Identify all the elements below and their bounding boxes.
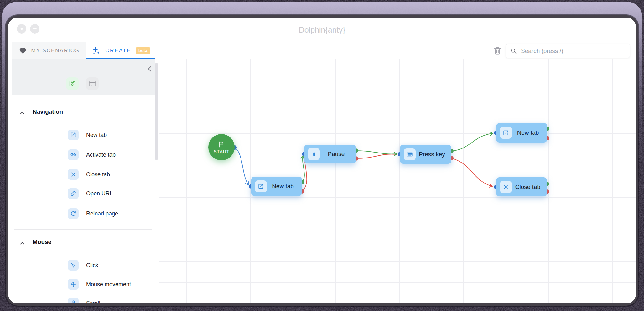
chevron-up-icon	[19, 110, 25, 116]
node-label: Close tab	[512, 184, 547, 190]
edge-presskey-error-to-closetab[interactable]	[451, 158, 492, 186]
sidebar-item-new-tab[interactable]: New tab	[68, 130, 107, 140]
sidebar-item-label: Close tab	[86, 171, 110, 178]
node-new-tab-1[interactable]: New tab	[251, 177, 302, 196]
scroll-icon	[68, 298, 79, 303]
flag-icon	[218, 141, 225, 148]
edges-layer	[159, 59, 631, 302]
sidebar-item-label: Activate tab	[86, 152, 116, 158]
sidebar-item-open-url[interactable]: Open URL	[68, 188, 113, 199]
sidebar-scrollbar[interactable]	[155, 63, 158, 160]
sidebar-item-label: Mouse movement	[86, 281, 131, 288]
window-title: Dolphin{anty}	[8, 18, 636, 42]
save-icon	[68, 80, 76, 88]
beta-badge: beta	[136, 47, 150, 54]
sidebar-item-close-tab[interactable]: Close tab	[68, 169, 110, 180]
tab-create-label: CREATE	[105, 48, 131, 54]
console-icon	[88, 80, 96, 88]
title-bar: Dolphin{anty}	[8, 18, 636, 42]
heart-icon	[19, 47, 27, 54]
node-label: Pause	[320, 151, 356, 158]
chevron-up-icon	[19, 241, 25, 246]
tab-create[interactable]: CREATE beta	[86, 42, 155, 59]
section-navigation-collapse[interactable]	[19, 110, 25, 116]
node-label: Press key	[416, 151, 451, 158]
log-panel-button[interactable]	[86, 77, 99, 90]
section-navigation-title: Navigation	[33, 108, 63, 115]
start-node-label: START	[214, 149, 229, 154]
sidebar-item-label: Reload page	[86, 210, 118, 217]
section-divider	[14, 229, 152, 230]
section-mouse-collapse[interactable]	[19, 241, 25, 246]
trash-icon[interactable]	[492, 46, 502, 56]
edge-start-to-newtab[interactable]	[235, 148, 248, 185]
chevron-left-icon	[146, 65, 153, 73]
edge-pause-success-to-presskey[interactable]	[356, 151, 397, 154]
sidebar-toolbar	[12, 59, 155, 95]
edge-presskey-success-to-newtab2[interactable]	[451, 133, 493, 151]
node-label: New tab	[512, 129, 547, 136]
edge-pause-error-to-presskey[interactable]	[356, 154, 397, 158]
external-link-icon	[68, 130, 79, 140]
link-icon	[68, 149, 79, 160]
section-mouse-title: Mouse	[33, 239, 51, 246]
sidebar-collapse-button[interactable]	[146, 65, 153, 73]
node-close-tab[interactable]: Close tab	[496, 177, 547, 196]
node-start[interactable]: START	[208, 134, 235, 160]
reload-icon	[68, 208, 79, 219]
pause-icon	[308, 148, 320, 160]
sidebar-item-label: Open URL	[86, 190, 113, 197]
node-label: New tab	[267, 183, 302, 190]
tab-my-scenarios[interactable]: MY SCENARIOS	[12, 42, 86, 59]
move-icon	[68, 279, 79, 290]
sidebar-item-activate-tab[interactable]: Activate tab	[68, 149, 116, 160]
sidebar-item-label: Scroll	[86, 300, 100, 304]
search-input[interactable]	[520, 47, 626, 55]
sidebar-item-label: Click	[86, 262, 98, 269]
external-link-icon	[500, 127, 512, 139]
sidebar-item-scroll[interactable]: Scroll	[68, 298, 100, 303]
keyboard-icon	[404, 148, 416, 160]
scenario-canvas[interactable]: START New tab Pause	[159, 59, 636, 303]
close-icon	[68, 169, 79, 180]
sparkles-icon	[91, 46, 101, 55]
node-press-key[interactable]: Press key	[400, 145, 451, 164]
screenshot-root: Dolphin{anty} MY SCENARIOS CREATE beta	[0, 0, 644, 311]
sidebar-item-click[interactable]: Click	[68, 260, 98, 271]
search-icon	[510, 48, 517, 54]
node-pause[interactable]: Pause	[304, 145, 356, 163]
app-window: Dolphin{anty} MY SCENARIOS CREATE beta	[8, 18, 636, 303]
save-scenario-button[interactable]	[66, 77, 79, 90]
search-box[interactable]	[506, 44, 630, 58]
tab-my-scenarios-label: MY SCENARIOS	[31, 48, 79, 54]
sidebar-item-mouse-movement[interactable]: Mouse movement	[68, 279, 131, 290]
sidebar-item-label: New tab	[86, 132, 107, 138]
external-link-icon	[255, 180, 267, 192]
cursor-click-icon	[68, 260, 79, 271]
sidebar-item-reload-page[interactable]: Reload page	[68, 208, 118, 219]
node-new-tab-2[interactable]: New tab	[496, 123, 547, 143]
close-icon	[500, 181, 512, 193]
chain-icon	[68, 188, 79, 199]
